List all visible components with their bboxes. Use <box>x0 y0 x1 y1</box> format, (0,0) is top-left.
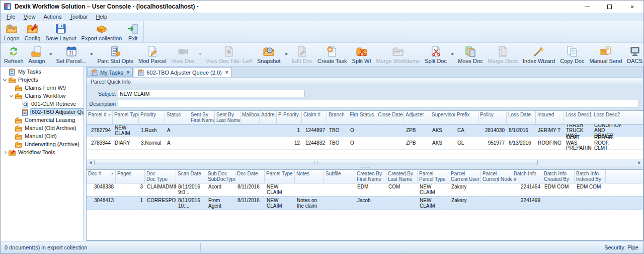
parcel-grid-column-header-prefix[interactable]: Prefix <box>455 111 478 124</box>
parcel-grid-column-header-policy[interactable]: Policy <box>478 111 507 124</box>
minimize-button[interactable] <box>576 1 598 13</box>
tree-expander-icon[interactable] <box>2 151 8 154</box>
tree-item-claims-form-w9[interactable]: Claims Form W9 <box>1 84 84 92</box>
set-parcel-button[interactable]: 31Set Parcel... <box>54 43 89 66</box>
doc-grid-column-header-doc-doc-type[interactable]: DocDoc Type <box>145 170 176 183</box>
tree-item-602-tbo-adjuster-queue-2-0[interactable]: 602-TBO Adjuster Queue (2,0) <box>1 108 84 116</box>
snapshot-dropdown-icon[interactable] <box>283 43 289 66</box>
subject-input[interactable] <box>118 90 305 97</box>
save-layout-button[interactable]: Save Layout <box>43 22 78 42</box>
parcel-grid-column-header-claim[interactable]: Claim # <box>302 111 327 124</box>
tab-602-tbo-adjuster-queue-2-0[interactable]: 602-TBO Adjuster Queue (2,0)× <box>134 67 231 77</box>
tab-close-icon[interactable]: × <box>127 70 130 75</box>
menu-item-file[interactable]: File <box>3 13 20 20</box>
parcel-grid-column-header-loss-desc2[interactable]: Loss Desc2 <box>592 111 621 124</box>
doc-grid-column-header-parcel-type[interactable]: Parcel Type <box>265 170 295 183</box>
parcel-grid-row[interactable]: 2782794NEW CLAIM1.RushA11244897TBOOZPBAK… <box>87 124 643 137</box>
grid-splitter[interactable] <box>87 166 643 169</box>
tree-item-manual-old-archive[interactable]: Manual (Old Archive) <box>1 124 84 132</box>
scrollbar-thumb[interactable] <box>94 160 538 165</box>
doc-grid-column-header-batch-info-indexed-by[interactable]: Batch InfoIndexed By <box>575 170 606 183</box>
doc-grid-column-header-batch-info-created-by[interactable]: Batch InfoCreated By <box>542 170 575 183</box>
parcel-grid-column-header-priority[interactable]: Priority <box>139 111 165 124</box>
menu-item-view[interactable]: View <box>20 13 40 20</box>
set-parcel-dropdown-icon[interactable] <box>89 43 95 66</box>
tree-item-workflow-tools[interactable]: Workflow Tools <box>1 148 84 156</box>
parcel-grid-column-header-fldr-status[interactable]: Fldr Status <box>348 111 376 124</box>
parcel-grid-column-header-insured[interactable]: Insured <box>536 111 564 124</box>
doc-grid-column-header-batch-info[interactable]: Batch Info# <box>512 170 542 183</box>
parcel-grid-column-header-sent-by-first-name[interactable]: Sent ByFirst Name <box>189 111 215 124</box>
split-doc-button[interactable]: Split Doc <box>422 43 449 66</box>
copy-doc-button[interactable]: Copy Doc <box>557 43 587 66</box>
parc-stat-opts-button[interactable]: Parc Stat Opts <box>95 43 136 66</box>
tree-item-manual-old[interactable]: Manual (Old) <box>1 132 84 140</box>
snapshot-button[interactable]: Snapshot <box>255 43 283 66</box>
assign-button[interactable]: Assign <box>26 43 48 66</box>
parcel-grid-column-header-adjuster[interactable]: Adjuster <box>404 111 430 124</box>
parcel-grid-column-header-addre[interactable]: Addre... <box>260 111 277 124</box>
assign-dropdown-icon[interactable] <box>48 43 54 66</box>
doc-grid-column-header-doc-date[interactable]: Doc Date <box>235 170 265 183</box>
close-button[interactable]: × <box>621 1 643 13</box>
tree-item-underwriting-archive[interactable]: Underwriting (Archive) <box>1 140 84 148</box>
export-collection-button[interactable]: Export collection <box>79 22 125 42</box>
menu-item-help[interactable]: Help <box>92 13 112 20</box>
dacs-button[interactable]: DACS <box>624 43 644 66</box>
tree-expander-icon[interactable] <box>2 79 8 81</box>
doc-grid-row[interactable]: 30484131CORRESPOND8/11/2016 10:...From A… <box>87 197 643 210</box>
tree-item-001-clm-retrieve[interactable]: 001-CLM Retrieve <box>1 100 84 108</box>
parcel-grid-column-header-loss-desc1[interactable]: Loss Desc1 <box>564 111 592 124</box>
horizontal-scrollbar[interactable] <box>87 159 643 166</box>
split-doc-dropdown-icon[interactable] <box>449 43 455 66</box>
doc-grid-column-header-parcel-current-user[interactable]: ParcelCurrent User <box>449 170 481 183</box>
assign-icon <box>31 45 43 57</box>
config-button[interactable]: Config <box>22 22 43 42</box>
parcel-grid-row[interactable]: 2783344DIARY3.NormalA121244832TBOOZPBAKS… <box>87 137 643 150</box>
parcel-grid-column-header-close-date[interactable]: Close Date <box>376 111 404 124</box>
doc-grid-column-header-parcel-parcel-type[interactable]: ParcelParcel Type <box>418 170 449 183</box>
doc-grid-column-header-doc[interactable]: Doc #▲ <box>87 170 116 183</box>
scroll-right-arrow-icon[interactable] <box>635 159 643 166</box>
maximize-button[interactable] <box>598 1 621 13</box>
description-input[interactable] <box>118 100 639 107</box>
refresh-button[interactable]: Refresh <box>2 43 26 66</box>
doc-grid-column-header-scan-date[interactable]: Scan Date <box>176 170 206 183</box>
doc-grid-column-header-notes[interactable]: Notes <box>295 170 324 183</box>
parcel-grid-column-header-parcel-type[interactable]: Parcel Type <box>113 111 139 124</box>
parcel-grid-column-header-status[interactable]: Status <box>165 111 189 124</box>
menu-item-actions[interactable]: Actions <box>39 13 65 20</box>
tree-item-commercial-leasing[interactable]: Commercial Leasing <box>1 116 84 124</box>
split-wi-button[interactable]: Split WI <box>350 43 374 66</box>
parcel-grid-column-header-branch[interactable]: Branch <box>327 111 348 124</box>
parcel-grid-column-header-sent-by-last-name[interactable]: Sent ByLast Name <box>215 111 240 124</box>
tree-item-claims-workflow[interactable]: Claims Workflow <box>1 92 84 100</box>
parcel-grid-column-header-mailbox[interactable]: Mailbox <box>240 111 260 124</box>
index-wizard-button[interactable]: Index Wizard <box>520 43 557 66</box>
manual-send-button[interactable]: Manual Send <box>587 43 624 66</box>
scrollbar-track[interactable] <box>94 159 635 166</box>
tree-item-my-tasks[interactable]: My Tasks <box>1 68 84 76</box>
tree-item-projects[interactable]: Projects <box>1 76 84 84</box>
parcel-grid-column-header-supervisor[interactable]: Supervisor <box>430 111 455 124</box>
parcel-grid-column-header-p-priority[interactable]: P-Priority <box>277 111 302 124</box>
scroll-left-arrow-icon[interactable] <box>87 159 94 166</box>
exit-button[interactable]: Exit <box>124 22 141 42</box>
mod-parcel-button[interactable]: Mod Parcel <box>136 43 169 66</box>
doc-grid-column-header-sub-doc-subdoctype[interactable]: Sub DocSubDocType <box>206 170 235 183</box>
parcel-grid-column-header-parcel[interactable]: Parcel #▲ <box>87 111 113 124</box>
tree-expander-icon[interactable] <box>8 95 14 97</box>
doc-grid-column-header-parcel-current-node[interactable]: ParcelCurrent Node <box>481 170 512 183</box>
tab-close-icon[interactable]: × <box>225 70 228 75</box>
doc-grid-column-header-subfile[interactable]: Subfile <box>324 170 355 183</box>
logon-button[interactable]: Logon <box>2 22 22 42</box>
doc-grid-row[interactable]: 30483383CLAIMADMIN8/11/2016 9:0...Acord8… <box>87 183 643 197</box>
tab-my-tasks[interactable]: My Tasks× <box>88 67 133 77</box>
parcel-grid-column-header-loss-date[interactable]: Loss Date <box>507 111 536 124</box>
create-task-button[interactable]: Create Task <box>315 43 350 66</box>
menu-item-toolbar[interactable]: Toolbar <box>65 13 92 20</box>
doc-grid-column-header-pages[interactable]: Pages <box>116 170 145 183</box>
doc-grid-column-header-created-by-last-name[interactable]: Created ByLast Name <box>386 170 418 183</box>
move-doc-button[interactable]: Move Doc <box>455 43 486 66</box>
doc-grid-column-header-created-by-first-name[interactable]: Created ByFirst Name <box>355 170 386 183</box>
